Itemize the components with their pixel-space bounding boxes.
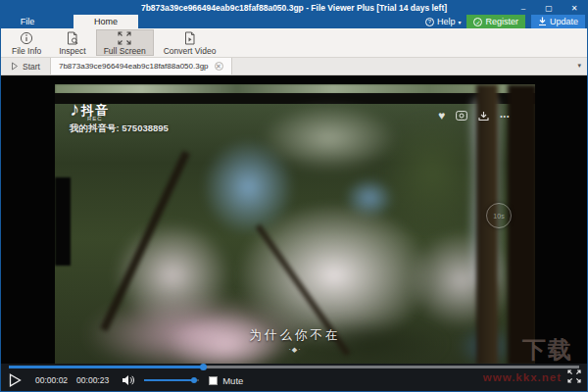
window-titlebar: 7b873a39ce966494eab9c18faf88a050.3gp - F… [1,1,587,15]
volume-slider[interactable] [144,379,199,381]
maximize-button[interactable]: ▢ [536,1,562,15]
help-icon: ? [425,18,434,26]
inspect-icon [66,31,79,45]
mute-label: Mute [222,375,243,386]
play-button[interactable] [9,373,22,387]
video-texture-blob [508,84,535,364]
seek-bar[interactable] [9,366,579,368]
convert-video-button[interactable]: Convert Video [156,29,224,56]
window-controls: – ▢ ✕ [511,1,587,15]
app-window: 7b873a39ce966494eab9c18faf88a050.3gp - F… [0,0,588,392]
maximize-icon: ▢ [545,4,553,13]
ribbon: File Info Inspect Full Screen Convert Vi… [1,28,587,58]
expand-arrows-icon [567,369,581,383]
tab-open-file[interactable]: 7b873a39ce966494eab9c18faf88a050.3gp ✕ [50,58,232,74]
file-menu-label: File [21,17,35,26]
inspect-button[interactable]: Inspect [51,29,93,56]
ribbon-button-label: Inspect [59,46,85,56]
full-screen-button[interactable]: Full Screen [96,29,154,56]
fullscreen-arrows-icon [118,31,131,45]
video-texture-blob [55,177,71,266]
help-label: Help [437,17,456,26]
play-outline-icon [11,62,19,71]
file-menu-tab[interactable]: File [9,15,46,28]
update-button[interactable]: Update [531,15,585,28]
player-controls: 00:00:02 00:00:23 Mute www.kkx.net [1,364,587,391]
download-watermark: 下载 [522,334,573,364]
file-tab-label: 7b873a39ce966494eab9c18faf88a050.3gp [59,62,209,71]
convert-video-icon [183,31,197,45]
info-icon [20,31,33,45]
chevron-down-icon: ▾ [577,62,581,69]
tab-close-icon[interactable]: ✕ [215,62,223,71]
mute-checkbox[interactable] [209,376,218,385]
menubar: File Home ? Help ▾ ✓ Register Update [1,15,587,28]
subtitle-ornament-icon: ·◆· [55,346,535,354]
tab-list-dropdown[interactable]: ▾ [577,62,581,70]
fullscreen-button[interactable] [566,368,582,384]
start-tab-label: Start [23,62,40,72]
video-texture-blob [55,93,535,104]
volume-fill [144,379,193,381]
file-info-button[interactable]: File Info [4,29,49,56]
replay-watermark-text: 10s [493,213,504,220]
more-dots-icon: ••• [500,113,510,120]
replay-watermark: 10s [486,203,512,228]
camera-icon [456,111,467,121]
tab-home[interactable]: Home [74,15,138,28]
video-canvas[interactable]: ♪ 抖音 REC 我的抖音号: 575038895 ♥ ••• 10s 为什么你… [1,75,587,364]
tiktok-note-icon: ♪ [70,99,79,119]
home-tab-label: Home [94,17,118,26]
minimize-button[interactable]: – [511,1,536,15]
site-watermark: www.kkx.net [483,371,562,383]
download-overlay-icon [478,111,489,122]
update-label: Update [550,17,578,26]
seek-progress [9,366,203,368]
time-total: 00:00:23 [76,375,109,385]
window-title: 7b873a39ce966494eab9c18faf88a050.3gp - F… [1,1,587,15]
rec-label: REC [87,116,103,122]
document-tabbar: Start 7b873a39ce966494eab9c18faf88a050.3… [1,58,587,75]
ribbon-button-label: Full Screen [104,46,146,56]
close-icon: ✕ [571,4,578,13]
video-overlay-icons: ♥ ••• [438,109,510,122]
menubar-right-group: ? Help ▾ ✓ Register Update [425,15,587,28]
tiktok-account-id: 我的抖音号: 575038895 [70,122,169,135]
time-current: 00:00:02 [35,375,68,385]
chevron-down-icon: ▾ [458,19,461,25]
minimize-icon: – [521,4,525,13]
video-texture-blob [408,231,515,329]
check-circle-icon: ✓ [473,18,482,26]
help-button[interactable]: ? Help ▾ [425,17,462,26]
ribbon-button-label: Convert Video [164,46,217,56]
close-button[interactable]: ✕ [562,1,587,15]
register-label: Register [485,17,518,26]
video-subtitle: 为什么你不在 [55,327,535,344]
ribbon-button-label: File Info [12,46,41,56]
register-button[interactable]: ✓ Register [466,15,525,28]
heart-icon: ♥ [438,109,445,122]
video-texture-blob [261,104,398,172]
volume-thumb[interactable] [191,377,197,383]
volume-icon[interactable] [122,374,135,386]
download-icon [538,17,547,26]
tab-start[interactable]: Start [1,58,50,74]
